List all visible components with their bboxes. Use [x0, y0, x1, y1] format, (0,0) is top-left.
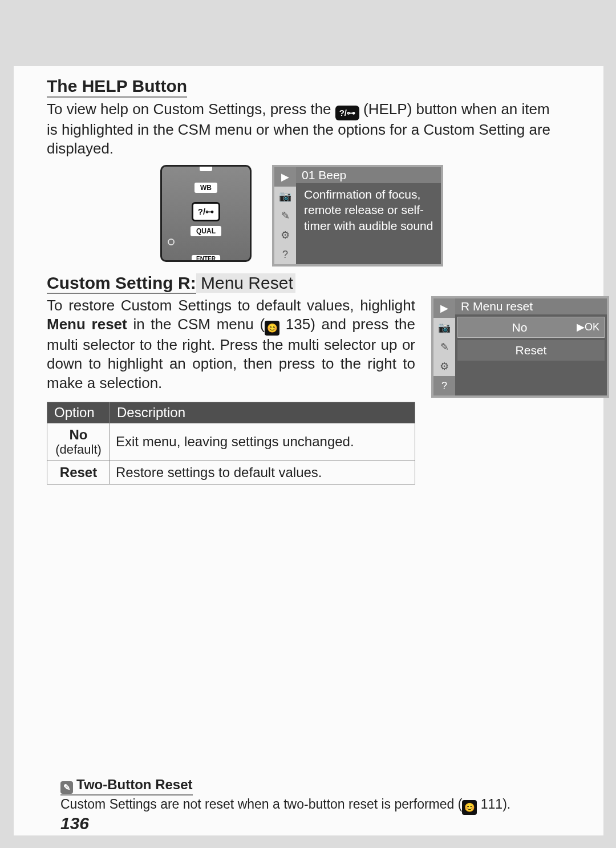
page-ref-icon: 😊 — [265, 321, 279, 336]
enter-label: ENTER — [192, 255, 220, 262]
bold-text: Menu reset — [47, 316, 127, 333]
page: The HELP Button To view help on Custom S… — [14, 66, 603, 835]
title-rest: Menu Reset — [196, 273, 295, 293]
page-ref-number: 135 — [286, 316, 310, 333]
option-secondary: (default) — [53, 442, 104, 457]
help-glyph-icon: ?/⊶ — [335, 106, 359, 120]
qual-label: QUAL — [191, 226, 221, 236]
footnote-title-text: Two-Button Reset — [76, 777, 193, 792]
illustration-row: WB ?/⊶ QUAL ENTER ▶ 📷 ✎ ⚙ ? 01 Beep Conf… — [47, 165, 557, 266]
page-ref-number: 111 — [481, 797, 502, 811]
camera-back-illustration: WB ?/⊶ QUAL ENTER — [160, 165, 252, 262]
option-primary: No — [53, 427, 104, 443]
question-icon: ? — [433, 376, 455, 395]
text: Custom Settings are not reset when a two… — [60, 797, 462, 811]
pencil-icon: ✎ — [274, 206, 296, 225]
text: To restore Custom Settings to default va… — [47, 297, 415, 314]
camera-top-tab — [200, 165, 212, 171]
option-label: Reset — [516, 342, 547, 358]
footnote-body: Custom Settings are not reset when a two… — [60, 797, 557, 815]
section-title-help-button: The HELP Button — [47, 76, 187, 98]
th-description: Description — [110, 402, 415, 423]
wrench-icon: ⚙ — [274, 225, 296, 245]
lcd-content: Confirmation of focus, remote release or… — [296, 183, 441, 238]
table-row: No (default) Exit menu, leaving settings… — [47, 423, 415, 461]
lcd-title: 01 Beep — [296, 167, 441, 183]
section-title-custom-setting-r: Custom Setting R: Menu Reset — [47, 273, 557, 293]
led-indicator — [168, 239, 175, 245]
page-ref-icon: 😊 — [462, 800, 477, 815]
text: ). — [502, 797, 510, 811]
menu-option-reset: Reset — [457, 340, 605, 360]
lcd-beep-screen: ▶ 📷 ✎ ⚙ ? 01 Beep Confirmation of focus,… — [272, 165, 443, 266]
options-table: Option Description No (default) Exit men… — [47, 402, 415, 484]
camera-icon: 📷 — [274, 187, 296, 206]
pencil-icon: ✎ — [60, 781, 73, 794]
menu-option-no: No ▶OK — [457, 317, 605, 338]
wrench-icon: ⚙ — [433, 357, 455, 376]
question-icon: ? — [274, 245, 296, 264]
play-icon: ▶ — [274, 167, 296, 187]
camera-icon: 📷 — [433, 318, 455, 337]
lcd-icon-column: ▶ 📷 ✎ ⚙ ? — [274, 167, 296, 264]
lcd-icon-column: ▶ 📷 ✎ ⚙ ? — [433, 298, 455, 395]
wb-label: WB — [194, 183, 217, 193]
footnote: ✎Two-Button Reset Custom Settings are no… — [60, 777, 557, 815]
option-description: Restore settings to default values. — [110, 461, 415, 484]
ok-indicator: ▶OK — [577, 321, 599, 334]
table-row: Reset Restore settings to default values… — [47, 461, 415, 484]
th-option: Option — [47, 402, 110, 423]
option-primary: Reset — [53, 465, 104, 480]
page-number: 136 — [60, 814, 89, 833]
option-label: No — [463, 320, 577, 335]
section-body-help: To view help on Custom Settings, press t… — [47, 100, 557, 158]
text: To view help on Custom Settings, press t… — [47, 100, 335, 118]
play-icon: ▶ — [433, 298, 455, 318]
option-description: Exit menu, leaving settings unchanged. — [110, 423, 415, 461]
lcd-menu-reset-screen: ▶ 📷 ✎ ⚙ ? R Menu reset No ▶OK Reset — [431, 296, 609, 398]
text: in the CSM menu ( — [133, 316, 265, 333]
section-body-menu-reset: To restore Custom Settings to default va… — [47, 296, 415, 393]
pencil-icon: ✎ — [433, 337, 455, 357]
title-lead: Custom Setting R: — [47, 273, 196, 294]
help-button-illustration: ?/⊶ — [192, 202, 220, 221]
lcd-title: R Menu reset — [455, 298, 607, 314]
footnote-title: ✎Two-Button Reset — [60, 777, 193, 795]
